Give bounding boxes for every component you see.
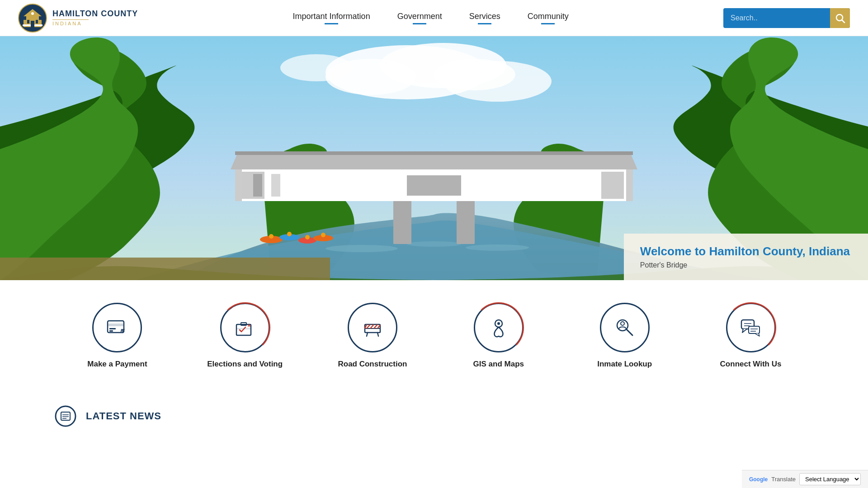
connect-label: Connect With Us (720, 360, 782, 369)
payment-icon-wrap (92, 303, 142, 352)
quick-link-payment[interactable]: Make a Payment (81, 303, 153, 369)
svg-marker-49 (247, 324, 251, 327)
svg-rect-44 (109, 330, 113, 332)
svg-line-53 (367, 324, 370, 328)
svg-point-18 (407, 241, 461, 247)
logo-county-name: HAMILTON COUNTY (52, 9, 138, 19)
nav-services[interactable]: Services (469, 8, 500, 28)
search-button[interactable] (830, 8, 850, 28)
svg-rect-30 (242, 172, 264, 199)
road-label: Road Construction (338, 360, 407, 369)
latest-news-strip: LATEST NEWS (0, 391, 868, 432)
nav-government[interactable]: Government (397, 8, 442, 28)
gis-label: GIS and Maps (473, 360, 524, 369)
svg-rect-24 (235, 151, 633, 155)
svg-point-37 (287, 232, 292, 236)
logo-text: HAMILTON COUNTY INDIANA (52, 9, 138, 26)
svg-rect-65 (749, 326, 760, 333)
logo-icon (18, 4, 47, 33)
header: HAMILTON COUNTY INDIANA Important Inform… (0, 0, 868, 36)
svg-rect-42 (108, 324, 124, 326)
svg-point-15 (434, 59, 515, 90)
search-box (723, 8, 850, 28)
svg-line-54 (370, 324, 374, 328)
road-icon (360, 315, 385, 340)
svg-rect-48 (241, 323, 246, 325)
hero-section: Welcome to Hamilton County, Indiana Pott… (0, 36, 868, 280)
road-icon-wrap (348, 303, 397, 352)
svg-rect-43 (109, 328, 116, 329)
svg-point-39 (321, 233, 326, 237)
inmate-label: Inmate Lookup (597, 360, 652, 369)
payment-icon (105, 315, 129, 340)
svg-point-7 (31, 12, 34, 15)
svg-rect-26 (626, 169, 633, 201)
quick-link-road[interactable]: Road Construction (336, 303, 409, 369)
google-logo: Google (749, 476, 768, 483)
svg-rect-25 (235, 169, 242, 201)
main-nav: Important Information Government Service… (138, 8, 723, 28)
payment-label: Make a Payment (87, 360, 147, 369)
welcome-overlay: Welcome to Hamilton County, Indiana Pott… (624, 234, 868, 280)
connect-icon (739, 315, 763, 340)
svg-point-59 (495, 320, 502, 327)
inmate-icon (613, 315, 637, 340)
connect-icon-wrap (726, 303, 776, 352)
logo-area[interactable]: HAMILTON COUNTY INDIANA (18, 4, 138, 33)
svg-line-55 (374, 324, 377, 328)
quick-link-connect[interactable]: Connect With Us (715, 303, 787, 369)
inmate-icon-wrap (600, 303, 650, 352)
elections-icon-wrap (220, 303, 270, 352)
svg-point-63 (621, 322, 624, 325)
search-input[interactable] (723, 14, 830, 22)
logo-state-name: INDIANA (52, 21, 138, 26)
search-icon (835, 13, 845, 23)
svg-marker-23 (231, 154, 637, 169)
svg-rect-29 (407, 175, 461, 196)
elections-icon (233, 315, 257, 340)
svg-rect-71 (61, 412, 70, 420)
svg-rect-64 (741, 320, 754, 329)
svg-rect-47 (236, 328, 251, 329)
translate-text: Translate (771, 476, 796, 483)
gis-icon (486, 315, 511, 340)
svg-line-9 (842, 20, 845, 23)
svg-rect-4 (31, 21, 34, 27)
svg-rect-31 (601, 172, 624, 199)
svg-point-38 (305, 235, 310, 239)
svg-rect-46 (236, 324, 251, 335)
svg-rect-6 (36, 20, 38, 23)
svg-line-62 (627, 329, 632, 335)
svg-point-70 (56, 406, 75, 426)
elections-label: Elections and Voting (207, 360, 283, 369)
quick-link-elections[interactable]: Elections and Voting (207, 303, 283, 369)
svg-rect-40 (0, 258, 330, 280)
svg-point-60 (497, 322, 500, 325)
gis-icon-wrap (474, 303, 524, 352)
latest-news-label: LATEST NEWS (86, 410, 161, 422)
latest-news-icon (54, 405, 77, 427)
svg-point-17 (326, 245, 398, 252)
search-area (723, 8, 850, 28)
svg-point-16 (280, 54, 353, 81)
svg-point-36 (269, 234, 274, 239)
quick-link-inmate[interactable]: Inmate Lookup (589, 303, 661, 369)
welcome-title: Welcome to Hamilton County, Indiana (640, 244, 850, 258)
language-select[interactable]: Select Language (799, 473, 861, 485)
quick-link-gis[interactable]: GIS and Maps (462, 303, 535, 369)
svg-rect-28 (271, 174, 280, 197)
nav-important-info[interactable]: Important Information (293, 8, 370, 28)
svg-rect-5 (27, 20, 29, 23)
nav-community[interactable]: Community (528, 8, 569, 28)
welcome-subtitle: Potter's Bridge (640, 261, 850, 269)
translate-bar: Google Translate Select Language (742, 470, 868, 488)
svg-point-19 (466, 244, 529, 251)
quick-links-section: Make a Payment Elections and Voting (0, 280, 868, 391)
